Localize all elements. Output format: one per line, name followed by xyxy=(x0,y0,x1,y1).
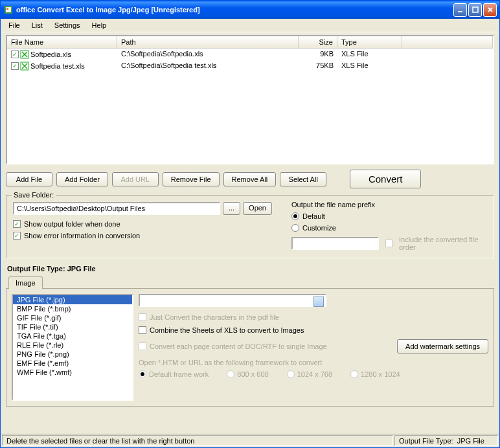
titlebar[interactable]: office Convert Excel to Image Jpg/Jpeg [… xyxy=(1,1,499,19)
file-name: Softpedia test.xls xyxy=(30,62,85,70)
open-folder-button[interactable]: Open xyxy=(243,202,272,215)
options-combo[interactable] xyxy=(139,294,326,307)
file-type: XLS File xyxy=(337,61,402,71)
file-name: Softpedia.xls xyxy=(30,50,71,58)
format-item[interactable]: JPG File (*.jpg) xyxy=(13,295,132,304)
col-path[interactable]: Path xyxy=(117,36,299,48)
browse-button[interactable]: ... xyxy=(223,202,240,215)
col-filename[interactable]: File Name xyxy=(7,36,117,48)
add-folder-button[interactable]: Add Folder xyxy=(56,172,108,186)
format-item[interactable]: BMP File (*.bmp) xyxy=(13,304,132,313)
save-path-input[interactable] xyxy=(13,202,220,215)
frame-default-radio xyxy=(139,370,146,378)
prefix-customize-label: Customize xyxy=(302,224,336,232)
xls-icon xyxy=(20,50,29,59)
file-size: 75KB xyxy=(299,61,337,71)
prefix-customize-radio[interactable] xyxy=(291,224,299,232)
minimize-button[interactable] xyxy=(453,3,467,17)
statusbar: Delete the selected files or clear the l… xyxy=(1,434,499,447)
col-spacer[interactable] xyxy=(402,36,493,48)
combine-sheets-label: Combine the Sheets of XLS to convert to … xyxy=(150,326,304,334)
each-page-label: Convert each page content of DOC/RTF to … xyxy=(150,342,327,350)
menu-file[interactable]: File xyxy=(3,20,25,30)
format-item[interactable]: EMF File (*.emf) xyxy=(13,359,132,368)
file-size: 9KB xyxy=(299,49,337,60)
xls-icon xyxy=(20,62,29,71)
format-item[interactable]: PNG File (*.png) xyxy=(13,350,132,359)
format-item[interactable]: GIF File (*.gif) xyxy=(13,313,132,322)
svg-rect-4 xyxy=(473,7,478,12)
show-output-label: Show output folder when done xyxy=(24,220,120,228)
menu-settings[interactable]: Settings xyxy=(49,20,85,30)
save-groupbox: Save Folder: ... Open ✓ Show output fold… xyxy=(6,195,494,258)
tab-panel: JPG File (*.jpg)BMP File (*.bmp)GIF File… xyxy=(6,288,494,407)
prefix-input[interactable] xyxy=(291,237,379,250)
format-item[interactable]: TGA File (*.tga) xyxy=(13,331,132,341)
file-type: XLS File xyxy=(337,49,402,60)
svg-rect-3 xyxy=(458,11,462,12)
format-list[interactable]: JPG File (*.jpg)BMP File (*.bmp)GIF File… xyxy=(12,294,133,401)
format-item[interactable]: RLE File (*.rle) xyxy=(13,341,132,350)
menu-list[interactable]: List xyxy=(27,20,48,30)
frame-1024-radio xyxy=(287,370,295,378)
prefix-default-radio[interactable] xyxy=(291,212,299,220)
app-icon xyxy=(3,5,14,15)
tab-image[interactable]: Image xyxy=(8,276,43,289)
show-output-checkbox[interactable]: ✓ xyxy=(13,220,21,228)
convert-button[interactable]: Convert xyxy=(350,170,421,188)
include-order-checkbox xyxy=(385,240,392,247)
save-folder-label: Save Folder: xyxy=(12,191,56,199)
include-order-label: Include the converted file order xyxy=(399,236,487,251)
just-chars-checkbox xyxy=(139,313,146,321)
frame-1280-radio xyxy=(350,370,358,378)
each-page-checkbox xyxy=(139,342,146,350)
select-all-button[interactable]: Select All xyxy=(280,172,326,186)
file-path: C:\Softpedia\Softpedia test.xls xyxy=(117,61,299,71)
file-path: C:\Softpedia\Softpedia.xls xyxy=(117,49,299,60)
combine-sheets-checkbox[interactable] xyxy=(139,326,146,334)
prefix-default-label: Default xyxy=(302,212,325,220)
col-size[interactable]: Size xyxy=(299,36,337,48)
just-chars-label: Just Convert the characters in the pdf f… xyxy=(150,313,279,321)
show-error-checkbox[interactable]: ✓ xyxy=(13,232,21,240)
close-button[interactable] xyxy=(483,3,497,17)
row-checkbox[interactable]: ✓ xyxy=(11,50,19,58)
format-item[interactable]: TIF File (*.tif) xyxy=(13,322,132,331)
remove-all-button[interactable]: Remove All xyxy=(223,172,277,186)
maximize-button[interactable] xyxy=(468,3,482,17)
format-item[interactable]: WMF File (*.wmf) xyxy=(13,368,132,377)
file-list-header: File Name Path Size Type xyxy=(7,36,493,49)
prefix-title: Output the file name prefix xyxy=(291,201,487,208)
watermark-button[interactable]: Add watermark settings xyxy=(397,339,488,353)
menubar: File List Settings Help xyxy=(1,19,499,32)
remove-file-button[interactable]: Remove File xyxy=(163,172,220,186)
file-list[interactable]: File Name Path Size Type ✓Softpedia.xlsC… xyxy=(6,35,494,164)
col-type[interactable]: Type xyxy=(337,36,402,48)
status-output-type: Output File Type: JPG File xyxy=(394,435,498,446)
table-row[interactable]: ✓Softpedia test.xlsC:\Softpedia\Softpedi… xyxy=(7,60,493,72)
table-row[interactable]: ✓Softpedia.xlsC:\Softpedia\Softpedia.xls… xyxy=(7,49,493,60)
framework-label: Open *.HTM or URL as the following frame… xyxy=(139,359,488,366)
show-error-label: Show error information in conversion xyxy=(24,232,140,240)
add-file-button[interactable]: Add File xyxy=(6,172,52,186)
menu-help[interactable]: Help xyxy=(87,20,112,30)
frame-800-radio xyxy=(227,370,234,378)
status-message: Delete the selected files or clear the l… xyxy=(2,435,393,446)
output-type-label: Output File Type: JPG File xyxy=(6,265,494,273)
window-title: office Convert Excel to Image Jpg/Jpeg [… xyxy=(16,6,453,14)
add-url-button: Add URL xyxy=(112,172,159,186)
row-checkbox[interactable]: ✓ xyxy=(11,62,19,70)
svg-rect-2 xyxy=(6,8,8,10)
